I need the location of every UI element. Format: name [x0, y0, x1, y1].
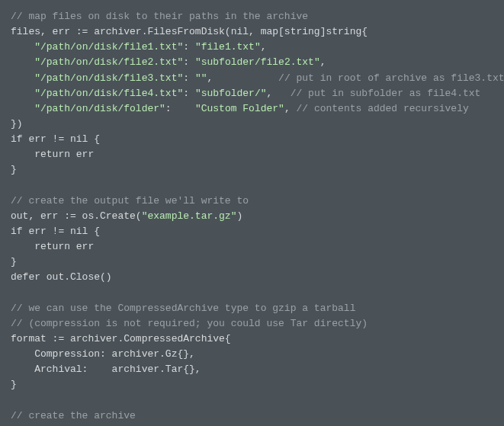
punct: , — [267, 88, 291, 99]
code-line: defer out.Close() — [11, 271, 112, 283]
string-literal: "/path/on/disk/file1.txt" — [34, 41, 183, 53]
punct: : — [165, 103, 195, 114]
comment: // create the archive — [11, 410, 136, 421]
punct: ) — [236, 210, 242, 222]
comment: // we can use the CompressedArchive type… — [11, 303, 355, 314]
code-line: } — [11, 164, 17, 175]
string-literal: "/path/on/disk/file2.txt" — [34, 56, 183, 68]
code-line: files, err := archiver.FilesFromDisk(nil… — [11, 26, 368, 37]
code-line: return err — [11, 241, 94, 252]
string-literal: "/path/on/disk/folder" — [34, 103, 165, 114]
comment: // put in root of archive as file3.txt — [278, 72, 504, 84]
code-line: Archival: archiver.Tar{}, — [11, 364, 201, 375]
code-line: } — [11, 379, 17, 390]
code-line: if err != nil { — [11, 226, 100, 237]
punct: : — [183, 41, 195, 53]
comment: // contents added recursively — [297, 103, 469, 114]
string-literal: "/path/on/disk/file4.txt" — [34, 88, 183, 99]
punct: , — [320, 56, 326, 68]
code-line: format := archiver.CompressedArchive{ — [11, 333, 231, 344]
punct: , — [284, 103, 297, 114]
punct: , — [261, 41, 267, 53]
string-literal: "Custom Folder" — [195, 103, 284, 114]
punct: , — [207, 72, 278, 84]
string-literal: "file1.txt" — [195, 41, 261, 53]
string-literal: "subfolder/file2.txt" — [195, 56, 320, 68]
code-block: // map files on disk to their paths in t… — [11, 9, 493, 426]
string-literal: "" — [195, 72, 207, 84]
code-line: Compression: archiver.Gz{}, — [11, 348, 195, 360]
comment: // create the output file we'll write to — [11, 195, 249, 207]
code-line: out, err := os.Create( — [11, 210, 142, 222]
punct: : — [183, 56, 195, 68]
string-literal: "example.tar.gz" — [142, 210, 237, 222]
code-line: return err — [11, 149, 94, 160]
code-line: if err != nil { — [11, 133, 100, 145]
punct: : — [183, 72, 195, 84]
comment: // (compression is not required; you cou… — [11, 318, 368, 329]
string-literal: "subfolder/" — [195, 88, 267, 99]
code-line: } — [11, 256, 17, 267]
comment: // put in subfolder as file4.txt — [291, 88, 481, 99]
comment: // map files on disk to their paths in t… — [11, 11, 308, 22]
string-literal: "/path/on/disk/file3.txt" — [34, 72, 183, 84]
punct: : — [183, 88, 195, 99]
code-line: }) — [11, 118, 23, 130]
